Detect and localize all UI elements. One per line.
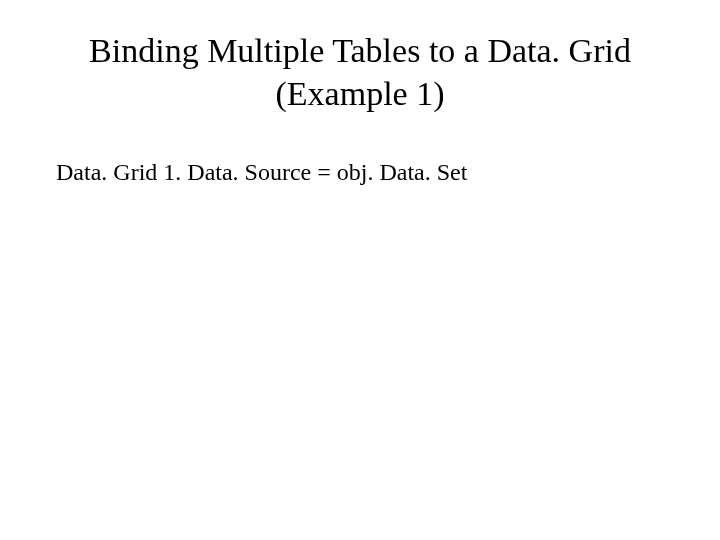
slide-container: Binding Multiple Tables to a Data. Grid …	[0, 0, 720, 540]
slide-title: Binding Multiple Tables to a Data. Grid …	[50, 30, 670, 115]
slide-body-text: Data. Grid 1. Data. Source = obj. Data. …	[56, 159, 670, 186]
